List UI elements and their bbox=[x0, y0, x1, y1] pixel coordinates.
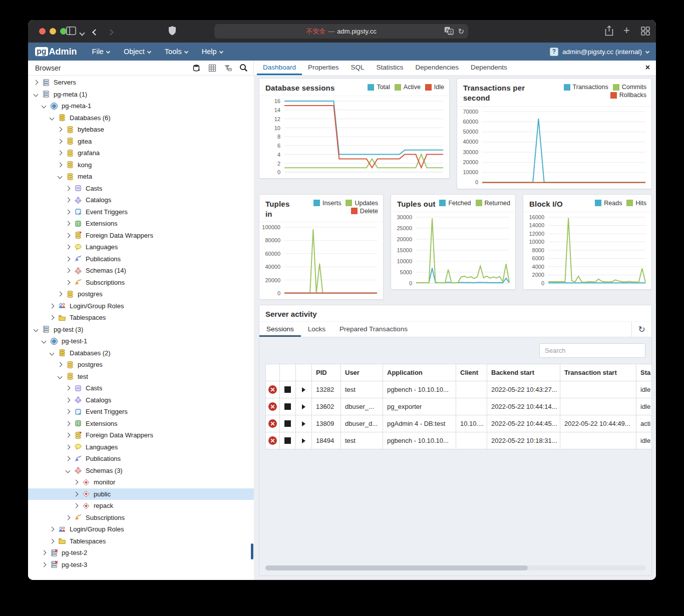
chevron-right-icon[interactable] bbox=[66, 198, 71, 203]
tab-statistics[interactable]: Statistics bbox=[371, 61, 410, 75]
chevron-down-icon[interactable] bbox=[58, 174, 63, 179]
chevron-right-icon[interactable] bbox=[50, 527, 55, 532]
chevron-right-icon[interactable] bbox=[42, 562, 47, 567]
cancel-session-icon[interactable]: ✕ bbox=[268, 385, 277, 394]
chevron-down-icon[interactable] bbox=[42, 339, 47, 344]
tree-item-meta[interactable]: meta bbox=[28, 171, 254, 183]
chevron-right-icon[interactable] bbox=[58, 362, 63, 367]
expand-row-icon[interactable] bbox=[302, 404, 305, 409]
object-explorer-icon[interactable] bbox=[191, 63, 203, 74]
expand-row-icon[interactable] bbox=[302, 438, 305, 443]
cancel-session-icon[interactable]: ✕ bbox=[268, 436, 277, 445]
tree-item-languages[interactable]: Languages bbox=[28, 441, 254, 453]
tree-item-casts[interactable]: 68Casts bbox=[28, 382, 254, 394]
tree-item-tablespaces[interactable]: Tablespaces bbox=[28, 312, 254, 324]
horizontal-scrollbar[interactable] bbox=[265, 565, 645, 570]
expand-row-icon[interactable] bbox=[302, 387, 305, 392]
tree-item-foreign-data-wrappers[interactable]: Foreign Data Wrappers bbox=[28, 230, 254, 242]
terminate-session-icon[interactable] bbox=[284, 386, 291, 393]
table-row[interactable]: ✕13282testpgbench - 10.10.10...2022-05-2… bbox=[266, 381, 651, 398]
chevron-right-icon[interactable] bbox=[66, 456, 71, 461]
tree-item-pg-meta-1[interactable]: pg-meta-1 bbox=[28, 100, 254, 112]
search-input[interactable] bbox=[539, 343, 645, 358]
chevron-right-icon[interactable] bbox=[66, 268, 71, 273]
translate-icon[interactable]: A文 bbox=[444, 27, 454, 37]
chevron-right-icon[interactable] bbox=[58, 127, 63, 132]
tab-dashboard[interactable]: Dashboard bbox=[257, 61, 302, 75]
chevron-right-icon[interactable] bbox=[66, 397, 71, 402]
chevron-down-icon[interactable] bbox=[50, 115, 55, 120]
tree-item-databases-2[interactable]: Databases (2) bbox=[28, 347, 254, 359]
close-window-button[interactable] bbox=[39, 28, 46, 35]
tree-item-catalogs[interactable]: Catalogs bbox=[28, 194, 254, 206]
chevron-right-icon[interactable] bbox=[74, 503, 79, 508]
chevron-down-icon[interactable] bbox=[58, 374, 63, 379]
reload-icon[interactable]: ↻ bbox=[458, 27, 464, 36]
filter-icon[interactable] bbox=[222, 63, 234, 74]
activity-tab-locks[interactable]: Locks bbox=[301, 322, 332, 337]
terminate-session-icon[interactable] bbox=[284, 420, 291, 427]
help-icon[interactable]: ? bbox=[550, 48, 558, 56]
chevron-right-icon[interactable] bbox=[74, 491, 79, 496]
chevron-right-icon[interactable] bbox=[66, 256, 71, 261]
chevron-right-icon[interactable] bbox=[74, 480, 79, 485]
chevron-right-icon[interactable] bbox=[58, 292, 63, 297]
tree-item-subscriptions[interactable]: Subscriptions bbox=[28, 277, 254, 289]
tab-dependencies[interactable]: Dependencies bbox=[410, 61, 465, 75]
chevron-right-icon[interactable] bbox=[66, 186, 71, 191]
panel-splitter[interactable] bbox=[254, 76, 259, 580]
user-menu[interactable]: admin@pigsty.cc (internal) bbox=[562, 48, 642, 56]
tree-item-monitor[interactable]: monitor bbox=[28, 476, 254, 488]
terminate-session-icon[interactable] bbox=[284, 437, 291, 444]
tree-item-test[interactable]: test bbox=[28, 371, 254, 383]
address-bar[interactable]: 不安全 — adm.pigsty.cc A文 ↻ bbox=[214, 24, 468, 39]
chevron-right-icon[interactable] bbox=[66, 221, 71, 226]
tree-item-public[interactable]: public bbox=[28, 488, 254, 500]
new-tab-icon[interactable]: + bbox=[623, 26, 630, 35]
tree-scrollbar-thumb[interactable] bbox=[251, 543, 253, 559]
tab-sql[interactable]: SQL bbox=[345, 61, 371, 75]
tree-item-postgres[interactable]: postgres bbox=[28, 288, 254, 300]
tree-item-pg-test-3[interactable]: pg-test (3) bbox=[28, 324, 254, 336]
tree-item-event-triggers[interactable]: Event Triggers bbox=[28, 406, 254, 418]
chevron-right-icon[interactable] bbox=[50, 303, 55, 308]
tree-item-pg-test-3[interactable]: pg-test-3 bbox=[28, 559, 254, 571]
tree-item-languages[interactable]: Languages bbox=[28, 241, 254, 253]
tree-item-publications[interactable]: Publications bbox=[28, 453, 254, 465]
grid-view-icon[interactable] bbox=[206, 63, 218, 74]
tree-item-login-group-roles[interactable]: Login/Group Roles bbox=[28, 523, 254, 535]
tree-item-extensions[interactable]: Extensions bbox=[28, 218, 254, 230]
chevron-right-icon[interactable] bbox=[66, 386, 71, 391]
chevron-right-icon[interactable] bbox=[66, 245, 71, 250]
share-icon[interactable] bbox=[605, 26, 613, 38]
tab-overview-icon[interactable] bbox=[641, 27, 650, 38]
terminate-session-icon[interactable] bbox=[284, 403, 291, 410]
expand-row-icon[interactable] bbox=[302, 421, 305, 426]
tab-dependents[interactable]: Dependents bbox=[465, 61, 513, 75]
tree-item-pg-test-2[interactable]: pg-test-2 bbox=[28, 547, 254, 559]
tree-item-postgres[interactable]: postgres bbox=[28, 359, 254, 371]
chevron-down-icon[interactable] bbox=[66, 468, 71, 473]
tree-item-kong[interactable]: kong bbox=[28, 159, 254, 171]
forward-icon[interactable] bbox=[108, 28, 113, 37]
tree-item-catalogs[interactable]: Catalogs bbox=[28, 394, 254, 406]
chevron-right-icon[interactable] bbox=[42, 550, 47, 555]
chevron-right-icon[interactable] bbox=[66, 515, 71, 520]
chevron-right-icon[interactable] bbox=[66, 444, 71, 449]
chevron-right-icon[interactable] bbox=[58, 139, 63, 144]
tree-item-extensions[interactable]: Extensions bbox=[28, 418, 254, 430]
chevron-right-icon[interactable] bbox=[58, 151, 63, 156]
table-row[interactable]: ✕18494testpgbench - 10.10.10...2022-05-2… bbox=[266, 432, 651, 449]
privacy-shield-icon[interactable] bbox=[168, 26, 176, 38]
tree-item-pg-test-1[interactable]: pg-test-1 bbox=[28, 335, 254, 347]
sidebar-toggle-icon[interactable] bbox=[66, 27, 76, 37]
tree-item-pg-meta-1[interactable]: pg-meta (1) bbox=[28, 89, 254, 101]
tree-item-bytebase[interactable]: bytebase bbox=[28, 124, 254, 136]
chevron-right-icon[interactable] bbox=[50, 538, 55, 543]
tree-item-subscriptions[interactable]: Subscriptions bbox=[28, 512, 254, 524]
tree-item-schemas-3[interactable]: Schemas (3) bbox=[28, 465, 254, 477]
chevron-right-icon[interactable] bbox=[66, 233, 71, 238]
search-icon[interactable] bbox=[237, 63, 249, 74]
cancel-session-icon[interactable]: ✕ bbox=[268, 402, 277, 411]
chevron-right-icon[interactable] bbox=[66, 433, 71, 438]
